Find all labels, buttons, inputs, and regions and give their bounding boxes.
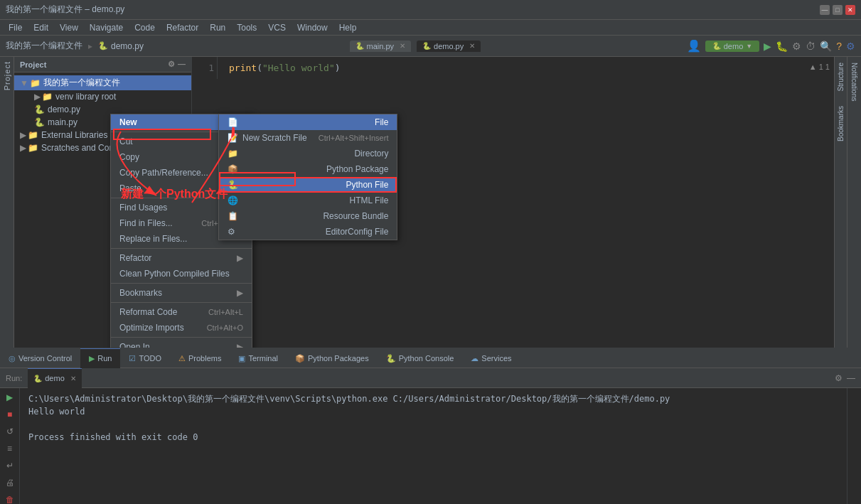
run-header-right: ⚙ — xyxy=(835,373,855,383)
demo-run-label: demo xyxy=(45,374,65,382)
ctx-find-usages-label: Find Usages xyxy=(119,203,167,213)
submenu-scratch-shortcut: Ctrl+Alt+Shift+Insert xyxy=(319,134,389,142)
tab-problems[interactable]: ⚠ Problems xyxy=(170,348,230,368)
tab-demo-py[interactable]: 🐍 demo.py ✕ xyxy=(417,41,481,52)
submenu-scratch[interactable]: 📝 New Scratch File Ctrl+Alt+Shift+Insert xyxy=(219,130,397,146)
run-content: ▶ ■ ↺ ≡ ↵ 🖨 🗑 C:\Users\Administrator\Des… xyxy=(0,388,861,504)
output-line-1: C:\Users\Administrator\Desktop\我的第一个编程文件… xyxy=(28,392,838,405)
ctx-open-in-label: Open In xyxy=(119,342,150,348)
structure-side-bar: Structure Bookmarks xyxy=(834,57,847,348)
run-scroll-btn[interactable]: ≡ xyxy=(4,442,16,455)
structure-label[interactable]: Structure xyxy=(837,63,845,92)
ctx-clean[interactable]: Clean Python Compiled Files xyxy=(111,266,252,282)
tab-main-close[interactable]: ✕ xyxy=(400,42,405,50)
tree-item-root[interactable]: ▼ 📁 我的第一个编程文件 xyxy=(14,75,191,90)
ctx-open-in-arrow: ▶ xyxy=(237,342,243,348)
tab-main-py[interactable]: 🐍 main.py ✕ xyxy=(350,41,412,52)
ext-folder-icon: 📁 xyxy=(28,130,38,140)
demo-run-close[interactable]: ✕ xyxy=(70,375,76,382)
submenu-python-package[interactable]: 📦 Python Package xyxy=(219,161,397,177)
notifications-label[interactable]: Notifications xyxy=(849,60,860,104)
menu-help[interactable]: Help xyxy=(333,20,363,36)
run-softrap-btn[interactable]: ↵ xyxy=(4,459,16,472)
debug-button[interactable]: 🐛 xyxy=(776,41,788,52)
menu-code[interactable]: Code xyxy=(129,20,161,36)
run-config-icon: 🐍 xyxy=(712,42,721,50)
demo-run-icon: 🐍 xyxy=(33,375,42,382)
submenu-python-file[interactable]: 🐍 Python File xyxy=(219,177,397,193)
scratch-expand-icon: ▶ xyxy=(20,143,26,153)
submenu-editorconfig[interactable]: ⚙ EditorConfig File xyxy=(219,224,397,240)
submenu-file[interactable]: 📄 File xyxy=(219,114,397,130)
run-print-btn[interactable]: 🖨 xyxy=(4,476,16,489)
menu-vcs[interactable]: VCS xyxy=(262,20,292,36)
ctx-bookmarks[interactable]: Bookmarks ▶ xyxy=(111,285,252,301)
tree-item-venv[interactable]: ▶ 📁 venv library root xyxy=(14,90,191,103)
tab-python-packages[interactable]: 📦 Python Packages xyxy=(287,348,378,368)
search-everywhere-button[interactable]: 🔍 xyxy=(820,41,832,52)
menu-bar: File Edit View Navigate Code Refactor Ru… xyxy=(0,20,861,36)
submenu-resource-bundle[interactable]: 📋 Resource Bundle xyxy=(219,208,397,224)
menu-run[interactable]: Run xyxy=(204,20,231,36)
project-label[interactable]: Project xyxy=(3,61,11,90)
close-button[interactable]: ✕ xyxy=(845,5,855,15)
ctx-refactor[interactable]: Refactor ▶ xyxy=(111,250,252,266)
code-body[interactable]: print("Hello world") xyxy=(223,57,847,81)
bookmarks-side-label[interactable]: Bookmarks xyxy=(837,106,845,141)
tab-todo[interactable]: ☑ TODO xyxy=(120,348,170,368)
folder-icon: 📁 xyxy=(30,78,41,88)
tab-run[interactable]: ▶ Run xyxy=(80,348,120,368)
ctx-optimize[interactable]: Optimize Imports Ctrl+Alt+O xyxy=(111,320,252,336)
menu-view[interactable]: View xyxy=(54,20,84,36)
settings-button[interactable]: ⚙ xyxy=(846,41,855,52)
menu-refactor[interactable]: Refactor xyxy=(161,20,204,36)
menu-window[interactable]: Window xyxy=(292,20,333,36)
project-header-label: Project xyxy=(20,60,46,69)
ctx-open-in[interactable]: Open In ▶ xyxy=(111,339,252,348)
tab-terminal[interactable]: ▣ Terminal xyxy=(230,348,287,368)
menu-navigate[interactable]: Navigate xyxy=(84,20,129,36)
help-button[interactable]: ? xyxy=(836,41,842,52)
code-line-1: print("Hello world") xyxy=(229,63,841,75)
project-gear-icon[interactable]: ⚙ xyxy=(168,60,175,69)
terminal-icon: ▣ xyxy=(238,348,245,368)
run-tabs-left: Run: 🐍 demo ✕ xyxy=(6,368,82,388)
tab-version-control[interactable]: ◎ Version Control xyxy=(0,348,80,368)
ctx-sep-6 xyxy=(111,337,252,338)
submenu-html-file[interactable]: 🌐 HTML File xyxy=(219,193,397,208)
menu-tools[interactable]: Tools xyxy=(231,20,262,36)
profile-button[interactable]: ⏱ xyxy=(806,41,815,52)
menu-file[interactable]: File xyxy=(3,20,28,36)
tab-demo-close[interactable]: ✕ xyxy=(469,42,475,50)
todo-label: TODO xyxy=(139,348,161,368)
run-play-btn[interactable]: ▶ xyxy=(4,391,16,404)
minimize-button[interactable]: — xyxy=(820,5,830,15)
run-stop-btn[interactable]: ■ xyxy=(4,408,16,421)
submenu-directory[interactable]: 📁 Directory xyxy=(219,146,397,161)
run-right-bar xyxy=(847,388,861,504)
menu-edit[interactable]: Edit xyxy=(28,20,54,36)
maximize-button[interactable]: □ xyxy=(833,5,843,15)
toolbar-left: 我的第一个编程文件 ▸ 🐍 demo.py xyxy=(6,40,144,52)
user-icon[interactable]: 👤 xyxy=(687,39,701,53)
run-config-label: demo xyxy=(724,42,744,50)
tab-demo-label: demo.py xyxy=(434,42,464,50)
main-file-icon: 🐍 xyxy=(34,117,45,127)
tree-main-label: main.py xyxy=(48,117,77,127)
run-button[interactable]: ▶ xyxy=(764,41,771,52)
ctx-reformat[interactable]: Reformat Code Ctrl+Alt+L xyxy=(111,304,252,320)
run-label: Run xyxy=(97,348,112,368)
run-config-selector[interactable]: 🐍 demo ▼ xyxy=(705,41,759,52)
run-minimize-icon[interactable]: — xyxy=(847,373,855,383)
venv-expand-icon: ▶ xyxy=(34,92,41,102)
bottom-tool-tabs: ◎ Version Control ▶ Run ☑ TODO ⚠ Problem… xyxy=(0,348,861,368)
project-collapse-icon[interactable]: — xyxy=(178,60,186,69)
run-rerun-btn[interactable]: ↺ xyxy=(4,425,16,438)
run-demo-tab[interactable]: 🐍 demo ✕ xyxy=(28,368,82,388)
tab-services[interactable]: ☁ Services xyxy=(462,348,520,368)
coverage-button[interactable]: ⚙ xyxy=(792,41,801,52)
run-settings-icon[interactable]: ⚙ xyxy=(835,373,843,383)
ctx-refactor-label: Refactor xyxy=(119,253,151,263)
tab-python-console[interactable]: 🐍 Python Console xyxy=(378,348,463,368)
run-clear-btn[interactable]: 🗑 xyxy=(4,493,16,504)
